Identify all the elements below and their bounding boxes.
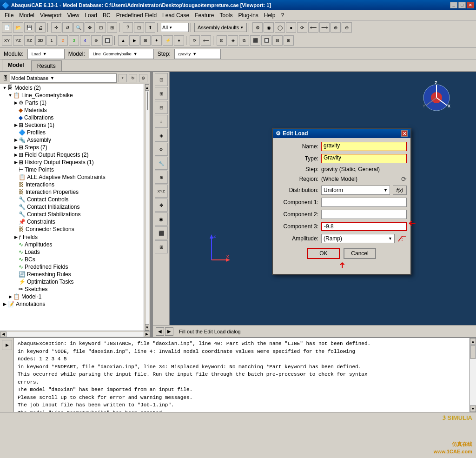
- toolbar-save-btn[interactable]: 💾: [24, 22, 34, 33]
- tree-fields[interactable]: ▶ ƒ Fields: [0, 233, 144, 241]
- step-combo[interactable]: gravity ▼: [174, 49, 221, 59]
- menu-question[interactable]: ?: [278, 11, 287, 20]
- toolbar-extra-8[interactable]: ⊕: [331, 22, 341, 33]
- tree-ale[interactable]: ▶ 📋 ALE Adaptive Mesh Constraints: [0, 173, 144, 181]
- viewport-tb-9[interactable]: XYZ: [155, 185, 168, 198]
- tree-scrollbar[interactable]: ▲ ▼: [144, 84, 150, 331]
- line-geo-expander[interactable]: ▼: [7, 93, 13, 98]
- toolbar-box-zoom-btn[interactable]: ⊡: [134, 22, 144, 33]
- tab-results[interactable]: Results: [31, 60, 62, 71]
- toolbar2-btn3[interactable]: XZ: [24, 35, 34, 46]
- tree-calibrations[interactable]: ▶ ◆ Calibrations: [0, 114, 144, 121]
- toolbar-extra-9[interactable]: ⊖: [342, 22, 352, 33]
- toolbar2-btn10[interactable]: 🔲: [102, 35, 112, 46]
- toolbar-extra-3[interactable]: ◯: [275, 22, 285, 33]
- toolbar2-btn16[interactable]: ♦: [174, 35, 184, 46]
- console-scroll-up[interactable]: ▲: [470, 338, 476, 345]
- model-db-combo[interactable]: Model Database ▼: [10, 73, 117, 83]
- hscrollbar-left[interactable]: ◀: [0, 332, 7, 337]
- viewport-tb-1[interactable]: ⊡: [155, 73, 168, 86]
- toolbar2-btn9[interactable]: ⊕: [91, 35, 101, 46]
- toolbar2-btn5[interactable]: 1: [46, 35, 57, 46]
- scrollbar-up[interactable]: ▲: [145, 84, 150, 91]
- model-combo[interactable]: Line_Geometrybaike ▼: [89, 49, 154, 59]
- assembly-expander[interactable]: ▶: [13, 137, 19, 143]
- sections-expander[interactable]: ▶: [13, 122, 19, 128]
- dialog-amplitude-combo[interactable]: (Ramp) ▼: [321, 234, 395, 243]
- tree-contact-controls[interactable]: ▶ 🔧 Contact Controls: [0, 196, 144, 203]
- toolbar-fit-btn[interactable]: ⊡: [96, 22, 106, 33]
- tree-model1[interactable]: ▶ 📋 Model-1: [0, 293, 144, 300]
- model-db-btn3[interactable]: ⚙: [139, 74, 147, 82]
- menu-view[interactable]: View: [65, 11, 82, 20]
- toolbar2-btn25[interactable]: ⊞: [284, 35, 294, 46]
- toolbar-open-btn[interactable]: 📂: [13, 22, 23, 33]
- menu-load[interactable]: Load: [82, 11, 100, 20]
- tree-parts[interactable]: ▶ ⚙ Parts (1): [0, 99, 144, 106]
- toolbar-rotate-btn[interactable]: ↺: [62, 22, 73, 33]
- scrollbar-thumb[interactable]: [147, 92, 148, 110]
- window-controls[interactable]: _ □ ✕: [450, 2, 474, 8]
- menu-help[interactable]: Help: [261, 11, 278, 20]
- toolbar-extra-7[interactable]: ⟶: [319, 22, 330, 33]
- edit-load-dialog[interactable]: ⚙ Edit Load ✕ Name: gravity: [272, 128, 411, 275]
- hscrollbar-right[interactable]: ▶: [144, 332, 150, 337]
- toolbar2-btn14[interactable]: ✦: [152, 35, 162, 46]
- viewport-tb-2[interactable]: ⊞: [155, 87, 168, 100]
- toolbar-view-btn[interactable]: ⊞: [107, 22, 117, 33]
- toolbar2-btn6[interactable]: 2: [58, 35, 68, 46]
- toolbar2-btn12[interactable]: ▶: [129, 35, 139, 46]
- tree-models[interactable]: ▼ 🗄 Models (2): [0, 84, 144, 92]
- tree-hscrollbar[interactable]: ◀ ▶: [0, 331, 150, 337]
- scrollbar-down[interactable]: ▼: [145, 324, 150, 331]
- menu-bc[interactable]: BC: [100, 11, 113, 20]
- parts-expander[interactable]: ▶: [13, 100, 19, 106]
- tree-field-output[interactable]: ▶ ⊞ Field Output Requests (2): [0, 151, 144, 159]
- model-db-btn2[interactable]: ↻: [129, 74, 137, 82]
- tree-amplitudes[interactable]: ▶ ∿ Amplitudes: [0, 241, 144, 248]
- toolbar-pan-btn[interactable]: ✥: [85, 22, 95, 33]
- tab-model[interactable]: Model: [2, 60, 30, 71]
- tree-bcs[interactable]: ▶ ∿ BCs: [0, 256, 144, 263]
- dialog-distribution-combo[interactable]: Uniform ▼: [321, 186, 390, 195]
- tree-assembly[interactable]: ▶ 🔩 Assembly: [0, 136, 144, 144]
- tree-contact-init[interactable]: ▶ 🔧 Contact Initializations: [0, 203, 144, 211]
- history-output-expander[interactable]: ▶: [13, 159, 19, 165]
- tree-line-geo[interactable]: ▼ 📋 Line_Geometrybaike: [0, 92, 144, 99]
- toolbar-zoom-btn[interactable]: 🔍: [73, 22, 84, 33]
- viewport-tb-12[interactable]: ⬛: [155, 226, 168, 239]
- models-expander[interactable]: ▼: [2, 85, 7, 91]
- tree-sketches[interactable]: ▶ ✏ Sketches: [0, 285, 144, 293]
- toolbar2-btn13[interactable]: ⊞: [140, 35, 151, 46]
- module-combo[interactable]: Load ▼: [27, 49, 65, 59]
- viewport-tb-5[interactable]: ◈: [155, 129, 168, 142]
- dialog-name-field[interactable]: gravity: [321, 142, 407, 151]
- tree-remeshing[interactable]: ▶ 🔄 Remeshing Rules: [0, 271, 144, 278]
- toolbar2-btn15[interactable]: ⚡: [163, 35, 173, 46]
- viewport-tb-10[interactable]: ✥: [155, 199, 168, 212]
- model1-expander[interactable]: ▶: [7, 294, 13, 299]
- console-scroll-thumb[interactable]: [470, 345, 476, 359]
- dialog-cancel-btn[interactable]: Cancel: [344, 248, 376, 259]
- viewport-tb-11[interactable]: ◉: [155, 212, 168, 226]
- dialog-comp1-field[interactable]: [321, 198, 407, 207]
- menu-viewport[interactable]: Viewport: [37, 11, 64, 20]
- tree-optimization[interactable]: ▶ ⚡ Optimization Tasks: [0, 278, 144, 285]
- tree-interactions[interactable]: ▶ ⛓ Interactions: [0, 181, 144, 188]
- console-expand-btn[interactable]: ▶: [2, 340, 12, 350]
- fxy-button[interactable]: f(x): [393, 186, 407, 195]
- toolbar2-btn24[interactable]: ⊟: [272, 35, 283, 46]
- region-arrow-icon[interactable]: ⟳: [401, 175, 407, 183]
- tree-annotations[interactable]: ▶ 📝 Annotations: [0, 300, 144, 308]
- toolbar-extra-5[interactable]: ⟳: [297, 22, 307, 33]
- tree-materials[interactable]: ▶ ◆ Materials: [0, 106, 144, 114]
- field-output-expander[interactable]: ▶: [13, 152, 19, 158]
- viewport-tb-7[interactable]: 🔧: [155, 157, 168, 170]
- tree-predefined-fields[interactable]: ▶ ∿ Predefined Fields: [0, 263, 144, 271]
- tree-history-output[interactable]: ▶ ⊞ History Output Requests (1): [0, 159, 144, 166]
- dialog-comp3-field[interactable]: [321, 222, 407, 231]
- toolbar2-btn8[interactable]: 4: [80, 35, 90, 46]
- toolbar-extra-6[interactable]: ⟵: [308, 22, 318, 33]
- console-text[interactable]: AbaqusException: in keyword *INSTANCE, f…: [14, 338, 469, 412]
- toolbar2-btn19[interactable]: ⊡: [217, 35, 227, 46]
